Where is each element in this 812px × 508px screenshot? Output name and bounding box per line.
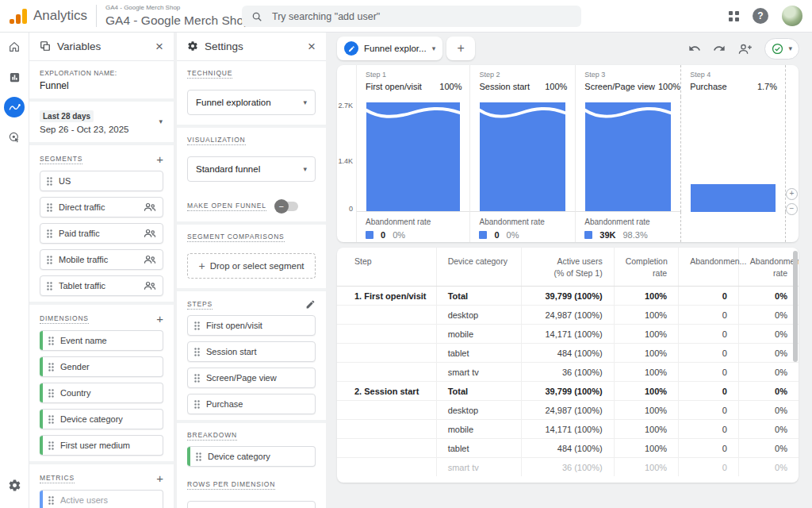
add-segment-icon[interactable]: + [156,153,163,165]
funnel-bar[interactable] [585,102,671,211]
funnel-bar[interactable] [480,102,565,211]
help-icon[interactable]: ? [753,8,768,24]
chart-zoom-controls: + − [786,188,798,215]
nav-advertising[interactable] [0,122,29,152]
undo-icon[interactable] [688,42,701,55]
drag-handle-icon[interactable] [48,389,54,398]
table-row[interactable]: 2. Session startTotal39,799 (100%)100%00… [337,382,799,401]
table-scrollbar[interactable] [793,251,798,362]
drag-handle-icon[interactable] [194,400,200,409]
drag-handle-icon[interactable] [47,282,52,291]
avatar[interactable] [782,6,802,26]
add-collaborator-icon[interactable] [737,43,753,55]
visualization-select[interactable]: Standard funnel▾ [187,156,316,182]
cell-step [337,344,436,363]
drag-handle-icon[interactable] [194,374,200,383]
open-funnel-toggle[interactable]: − [276,202,298,211]
drag-handle-icon[interactable] [47,229,52,238]
table-row[interactable]: tablet484 (100%)100%00% [337,344,799,363]
add-dimension-icon[interactable]: + [156,313,163,325]
reports-icon [9,71,21,83]
segments-list: USDirect trafficPaid trafficMobile traff… [29,171,174,296]
analytics-logo-icon[interactable] [10,8,27,24]
dimension-chip[interactable]: Country [40,383,163,403]
close-variables-icon[interactable]: × [155,40,163,53]
rows-per-dimension-select[interactable]: 5▾ [187,501,316,508]
close-settings-icon[interactable]: × [308,40,316,53]
search-bar[interactable] [242,6,581,27]
cell-active-users: 24,987 (100%) [522,306,614,325]
drag-handle-icon[interactable] [194,348,200,356]
dimension-chip[interactable]: First user medium [40,435,163,456]
cell-active-users: 14,171 (100%) [522,325,614,344]
tab-funnel-exploration[interactable]: Funnel explor... ▾ [337,37,442,60]
nav-reports[interactable] [0,62,29,92]
step-chip[interactable]: First open/visit [187,315,316,336]
segment-chip[interactable]: US [40,171,163,191]
drag-handle-icon[interactable] [48,441,54,450]
chip-label: Event name [60,336,107,345]
edit-steps-pencil-icon[interactable] [305,299,316,310]
cell-device: tablet [436,344,522,363]
rows-per-dimension-label: ROWS PER DIMENSION [187,480,275,490]
dimension-chip[interactable]: Gender [40,356,163,377]
add-tab-button[interactable]: + [446,37,475,60]
drag-handle-icon[interactable] [194,321,200,330]
table-row[interactable]: desktop24,987 (100%)100%00% [337,401,799,420]
step-chip[interactable]: Session start [187,341,316,362]
funnel-bar[interactable] [366,102,460,211]
nav-explore-active[interactable] [0,92,29,122]
search-icon [251,11,262,22]
segment-chip[interactable]: Direct traffic [40,197,163,217]
exploration-name-value[interactable]: Funnel [29,80,174,98]
date-caret-icon[interactable]: ▾ [159,117,163,125]
people-icon [144,202,156,212]
property-selector[interactable]: GA4 - Google Merch Shop GA4 - Google Mer… [105,5,251,27]
nav-home[interactable] [0,32,29,62]
tab-caret-icon[interactable]: ▾ [432,44,436,52]
segment-chip[interactable]: Mobile traffic [40,249,163,270]
step-chip[interactable]: Purchase [187,394,316,414]
table-row[interactable]: smart tv36 (100%)100%00% [337,363,799,382]
zoom-out-icon[interactable]: − [786,203,798,215]
drag-handle-icon[interactable] [48,337,54,345]
nav-admin[interactable] [0,470,29,500]
add-metric-icon[interactable]: + [156,472,163,484]
drag-handle-icon[interactable] [48,363,54,371]
table-row[interactable]: tablet484 (100%)100%00% [337,439,799,458]
segment-chip[interactable]: Tablet traffic [40,275,163,296]
drag-handle-icon[interactable] [196,452,201,461]
table-row[interactable]: mobile14,171 (100%)100%00% [337,325,799,344]
segment-chip[interactable]: Paid traffic [40,223,163,244]
table-row[interactable]: mobile14,171 (100%)100%00% [337,420,799,439]
table-row[interactable]: smart tv36 (100%)100%00% [337,458,799,477]
drag-handle-icon[interactable] [48,415,54,424]
search-input[interactable] [270,10,543,23]
drag-handle-icon[interactable] [47,177,52,186]
property-name: GA4 - Google Merch Shop [105,13,251,27]
cell-step [337,458,436,477]
export-status-icon [772,43,783,55]
table-row[interactable]: 1. First open/visitTotal39,799 (100%)100… [337,287,799,306]
dimension-chip[interactable]: Device category [40,409,163,429]
step-chip[interactable]: Screen/Page view [187,368,316,388]
table-row[interactable]: desktop24,987 (100%)100%00% [337,306,799,325]
segment-drop-zone[interactable]: +Drop or select segment [187,253,316,279]
zoom-in-icon[interactable]: + [786,188,798,200]
export-status-button[interactable]: ▾ [764,38,799,60]
drag-handle-icon[interactable] [48,496,54,505]
variables-panel: Variables × EXPLORATION NAME: Funnel Las… [29,32,174,508]
dimension-chip[interactable]: Event name [40,330,163,351]
cell-step: 2. Session start [337,382,436,401]
apps-grid-icon[interactable] [729,11,739,21]
funnel-bar[interactable] [691,184,776,212]
technique-select[interactable]: Funnel exploration▾ [187,90,316,115]
cell-active-users: 484 (100%) [522,344,614,363]
redo-icon[interactable] [713,42,726,55]
breakdown-chip[interactable]: Device category [187,446,316,467]
date-range-picker[interactable]: Last 28 days Sep 26 - Oct 23, 2025 ▾ [29,102,174,142]
drag-handle-icon[interactable] [47,203,52,212]
drag-handle-icon[interactable] [47,256,52,264]
chip-label: US [59,176,71,186]
metric-chip[interactable]: Active users [40,490,163,508]
